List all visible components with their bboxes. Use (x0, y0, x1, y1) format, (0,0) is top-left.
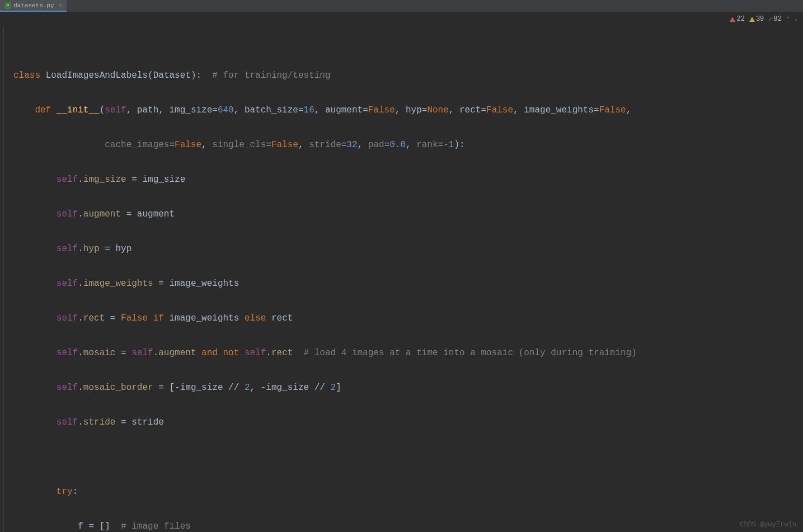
code-line: def __init__(self, path, img_size=640, b… (4, 102, 803, 119)
tab-filename: datasets.py (13, 2, 54, 9)
file-tab[interactable]: P datasets.py × (0, 0, 67, 12)
check-icon: ✓ (768, 15, 772, 23)
code-line: f = [] # image files (4, 518, 803, 532)
code-line: try: (4, 483, 803, 501)
code-line (4, 449, 803, 466)
code-line: self.image_weights = image_weights (4, 275, 803, 293)
code-line: self.rect = False if image_weights else … (4, 310, 803, 327)
code-line: self.stride = stride (4, 414, 803, 431)
code-line: self.hyp = hyp (4, 241, 803, 258)
code-line: self.augment = augment (4, 206, 803, 223)
typo-count[interactable]: ✓ 82 (768, 15, 782, 23)
code-line: self.mosaic = self.augment and not self.… (4, 345, 803, 362)
error-icon (730, 17, 735, 22)
watermark: CSDN @ywyErwin (740, 521, 796, 529)
tab-bar: P datasets.py × (0, 0, 803, 12)
code-line: class LoadImagesAndLabels(Dataset): # fo… (4, 67, 803, 84)
chevron-up-icon[interactable]: ⌃ (786, 16, 790, 22)
code-line: self.mosaic_border = [-img_size // 2, -i… (4, 379, 803, 397)
warning-count[interactable]: 39 (749, 15, 764, 23)
code-line: cache_images=False, single_cls=False, st… (4, 136, 803, 154)
chevron-down-icon[interactable]: ⌄ (794, 16, 797, 22)
code-line: self.img_size = img_size (4, 171, 803, 189)
close-tab-icon[interactable]: × (59, 2, 63, 9)
code-editor[interactable]: class LoadImagesAndLabels(Dataset): # fo… (0, 26, 803, 532)
python-file-icon: P (4, 2, 11, 9)
error-count[interactable]: 22 (730, 15, 744, 23)
gutter (0, 26, 8, 532)
svg-text:P: P (7, 3, 10, 8)
inspection-status-bar: 22 39 ✓ 82 ⌃ ⌄ (0, 12, 803, 26)
warning-icon (749, 17, 755, 22)
